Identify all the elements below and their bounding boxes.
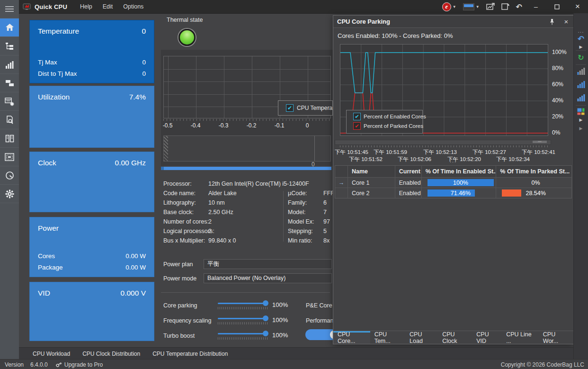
brand-badge-icon[interactable]: e▼	[439, 0, 460, 13]
sidebar-item-settings-gear[interactable]	[0, 185, 19, 203]
sidebar-item-home[interactable]	[0, 18, 19, 37]
time-label: 下午 10:52:41	[522, 149, 555, 156]
bottom-tab-cpu-clock-distribution[interactable]: CPU Clock Distribution	[76, 351, 146, 357]
panel-header[interactable]: CPU Core Parking ×	[333, 16, 573, 28]
slider-turbo-boost[interactable]	[218, 331, 267, 336]
power-mode-label: Power mode	[163, 275, 196, 282]
undo-icon[interactable]: ↶	[574, 34, 588, 44]
core-name-cell: Core 2	[347, 188, 395, 198]
x-axis-tick: -0.2	[247, 122, 257, 129]
bottom-tab-cpu-temperature-distribution[interactable]: CPU Temperature Distribution	[146, 351, 234, 357]
power-plan-select[interactable]: 平衡	[204, 259, 332, 269]
table-row[interactable]: Core 2Enabled71.46%28.54%	[335, 188, 571, 198]
panel-tab-cpucore[interactable]: CPU Core...	[333, 331, 370, 344]
table-row[interactable]: →Core 1Enabled100%0%	[335, 177, 571, 188]
card-clock[interactable]: Clock0.00 GHz	[29, 152, 154, 212]
power-mode-select[interactable]: Balanced Power (No Overlay)	[204, 273, 332, 283]
cpu-core-parking-panel: CPU Core Parking × Cores Enabled: 100% -…	[333, 15, 574, 344]
bar-chart-blue-icon[interactable]	[574, 81, 588, 88]
table-settings-icon	[5, 97, 14, 106]
maximize-button[interactable]	[546, 0, 567, 13]
sidebar	[0, 0, 19, 359]
gridline	[164, 94, 330, 95]
card-row-value: 0.00 W	[125, 252, 146, 260]
core-parking-scrollbar[interactable]: ▪▪▪	[335, 140, 551, 145]
columns-view-icon	[5, 135, 14, 143]
upgrade-link[interactable]: Upgrade to Pro	[55, 361, 103, 368]
info-label: Code name:	[163, 190, 196, 197]
card-title: Power	[38, 224, 59, 233]
bottom-tab-strip: CPU WorkloadCPU Clock DistributionCPU Te…	[19, 347, 574, 360]
expand-arrow-2-icon[interactable]: ▶	[574, 117, 588, 122]
ellipsis-icon[interactable]: ...	[574, 27, 588, 34]
menubar: HelpEditOptions	[75, 0, 149, 13]
sidebar-item-report-inspect[interactable]	[0, 111, 19, 129]
undo-icon[interactable]: ↶	[513, 0, 526, 13]
pin-icon[interactable]	[545, 16, 559, 27]
card-temperature[interactable]: Temperature0Tj Max0Dist to Tj Max0	[29, 20, 154, 83]
slider-value: 100%	[272, 316, 288, 324]
panel-tab-cpuwor[interactable]: CPU Wor...	[539, 331, 573, 344]
panel-tab-cpuclock[interactable]: CPU Clock	[438, 331, 472, 344]
close-button[interactable]: ×	[567, 0, 588, 13]
version-value: 6.4.0.0	[30, 361, 48, 368]
menu-item-help[interactable]: Help	[75, 0, 98, 13]
time-label: 下午 10:52:34	[496, 156, 530, 163]
performance-bars-icon	[5, 61, 14, 69]
panel-close-icon[interactable]: ×	[559, 16, 573, 27]
column-header[interactable]: Current	[395, 166, 421, 177]
column-header[interactable]: Name	[347, 166, 395, 177]
panel-tab-cputem[interactable]: CPU Tem...	[370, 331, 405, 344]
expand-arrow-icon[interactable]: ▶	[574, 45, 588, 49]
reset-layout-icon[interactable]	[498, 0, 513, 13]
card-row: Tj Max0	[38, 59, 146, 66]
temperature-scrollbar[interactable]	[161, 167, 331, 170]
sidebar-item-windows-layout[interactable]	[0, 74, 19, 92]
sidebar-item-table-settings[interactable]	[0, 92, 19, 111]
sidebar-item-performance-bars[interactable]	[0, 55, 19, 74]
card-row-label: Package	[38, 264, 63, 271]
card-value: 0.00 GHz	[115, 159, 146, 167]
panel-tab-cpuvid[interactable]: CPU VID	[472, 331, 502, 344]
sidebar-item-gauge[interactable]	[0, 166, 19, 185]
info-value: 99.840 x 0	[208, 237, 236, 244]
menu-item-options[interactable]: Options	[118, 0, 149, 13]
time-label: 下午 10:52:27	[472, 149, 506, 156]
rail-separator	[576, 64, 586, 65]
expand-arrow-3-icon[interactable]: ▶	[574, 126, 588, 131]
gauge-icon	[5, 171, 14, 180]
card-row-value: 0	[142, 70, 146, 77]
sidebar-item-system-tree[interactable]	[0, 37, 19, 55]
cpu-temperature-checkbox[interactable]: ✔	[286, 104, 294, 112]
temperature-overview-strip[interactable]	[163, 135, 331, 162]
refresh-icon[interactable]: ↻	[574, 53, 588, 62]
x-axis-tick: -0.4	[191, 122, 201, 129]
home-icon	[5, 23, 14, 32]
bottom-tab-cpu-workload[interactable]: CPU Workload	[27, 351, 76, 357]
export-chart-icon[interactable]	[483, 0, 498, 13]
column-header[interactable]: % Of Time In Parked St...	[496, 166, 571, 177]
theme-swatch-icon[interactable]: ▼	[460, 0, 483, 13]
sidebar-item-columns-view[interactable]	[0, 129, 19, 148]
thermal-state-led	[178, 29, 196, 46]
menu-item-edit[interactable]: Edit	[98, 0, 118, 13]
card-utilization[interactable]: Utilization7.4%	[29, 86, 154, 148]
slider-core-parking[interactable]	[218, 300, 267, 306]
enabled-cores-checkbox[interactable]: ✔	[353, 113, 361, 120]
sidebar-item-cpu-chip[interactable]	[0, 148, 19, 166]
column-header[interactable]: % Of Time In Enabled St...	[421, 166, 496, 177]
table-header-row: NameCurrent% Of Time In Enabled St...% O…	[335, 166, 571, 177]
parked-cores-checkbox[interactable]: ✔	[353, 122, 361, 130]
card-power[interactable]: PowerCores0.00 WPackage0.00 W	[29, 217, 154, 277]
card-title: Utilization	[38, 93, 70, 101]
panel-tab-cpuline[interactable]: CPU Line ...	[502, 331, 539, 344]
card-vid[interactable]: VID0.000 V	[29, 282, 154, 341]
slider-frequency-scaling[interactable]	[218, 315, 267, 321]
bar-chart-gray-icon[interactable]	[574, 67, 588, 75]
sidebar-item-menu[interactable]	[0, 0, 19, 18]
panel-tab-cpuload[interactable]: CPU Load	[405, 331, 438, 344]
color-squares-icon[interactable]	[574, 108, 588, 115]
bar-chart-blue-2-icon[interactable]	[574, 94, 588, 101]
cores-status-text: Cores Enabled: 100% - Cores Parked: 0%	[338, 32, 573, 39]
minimize-button[interactable]: –	[526, 0, 546, 13]
